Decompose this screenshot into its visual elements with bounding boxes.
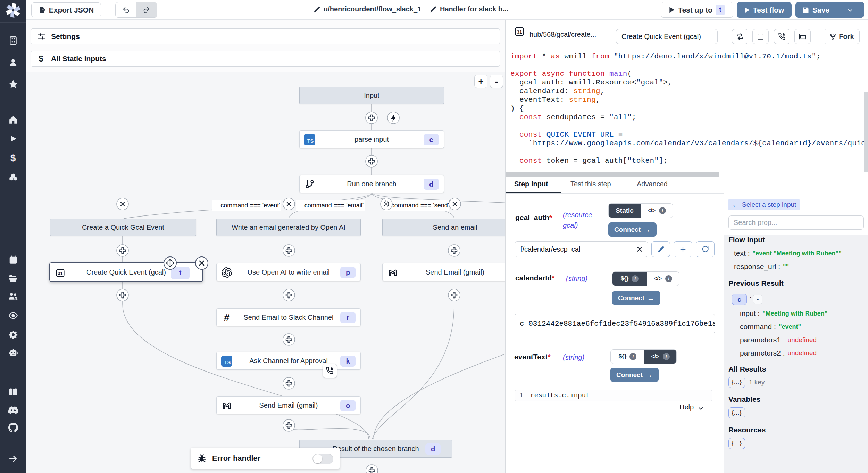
svg-text:31: 31 bbox=[517, 29, 522, 35]
